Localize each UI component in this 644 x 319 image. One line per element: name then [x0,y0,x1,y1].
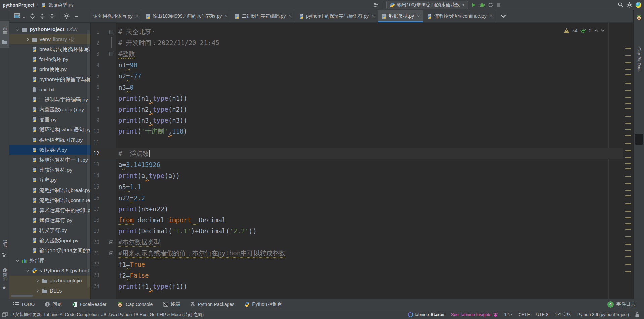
line-separator-widget[interactable]: CRLF [518,312,530,317]
tool-window-button-excel[interactable]: ExcelReader [72,301,106,308]
code-text[interactable]: a=3.1415926 [116,161,160,168]
indent-widget[interactable]: 4 个空格 [554,312,571,318]
breadcrumb-project[interactable]: pythonProject [3,2,34,8]
stripe-mark[interactable] [625,108,631,109]
structure-squares-icon[interactable] [2,252,7,258]
stripe-mark[interactable] [625,129,631,130]
settings-button[interactable] [627,2,632,8]
stripe-mark[interactable] [625,244,631,245]
project-view-selector[interactable] [14,13,21,19]
tool-window-button-problems[interactable]: 问题 [45,301,62,308]
hidden-tabs-dropdown[interactable] [501,10,506,22]
tree-item[interactable]: 流程控制语句continue.py [9,195,90,205]
code-text[interactable]: n2=-77 [116,72,141,80]
tree-item[interactable]: 内置函数range().py [9,105,90,115]
stripe-mark[interactable] [625,90,631,91]
stripe-mark[interactable] [625,48,631,49]
close-icon[interactable]: × [136,14,138,19]
folder-icon[interactable] [2,40,7,46]
tree-item[interactable]: 输出100到999之间的水仙花数.py [9,246,90,256]
code-text[interactable]: n22=2.2 [116,194,145,202]
stripe-mark[interactable] [625,168,631,169]
fold-minus-icon[interactable]: − [109,30,113,34]
fold-minus-icon[interactable]: − [109,240,113,244]
tree-item[interactable]: anzhuanglujin [9,276,90,286]
code-text[interactable]: print('十进制',118) [116,127,187,136]
code-text[interactable]: print(Decimal('1.1')+Decimal('2.2')) [116,227,257,235]
code-line[interactable]: 8print(n2,type(n2)) [91,104,623,115]
code-line[interactable]: 23f2=False [91,270,623,281]
stripe-mark[interactable] [625,103,631,104]
encoding-widget[interactable]: UTF-8 [536,312,548,317]
code-text[interactable]: f1=True [116,261,145,268]
code-text[interactable]: print(n5+n22) [116,205,168,213]
code-line[interactable]: 22f1=True [91,259,623,270]
code-text[interactable]: # 浮点数 [116,149,150,158]
hide-panel-button[interactable] [74,14,79,19]
tool-window-project-button[interactable]: 项目 [2,26,8,35]
tree-item[interactable]: 数据类型.py [9,145,90,155]
fold-minus-icon[interactable]: − [109,52,113,56]
tree-item[interactable]: 二进制与字符编码.py [9,95,90,105]
close-icon[interactable]: × [372,14,374,19]
code-line[interactable]: 24print(f1,type(f1)) [91,281,623,292]
stripe-mark[interactable] [625,97,631,98]
tree-item[interactable]: pythonProjectD:\w [9,24,90,34]
tree-item[interactable]: 赋值运算符.py [9,215,90,225]
tree-horizontal-scrollbar[interactable] [11,295,33,297]
code-line[interactable]: 18from decimal import Decimal [91,214,623,225]
editor-tab[interactable]: 流程控制语句continue.py× [423,10,496,22]
tree-item[interactable]: 循环结构 while语句.py [9,125,90,135]
code-text[interactable]: #布尔数据类型 [116,238,160,247]
close-icon[interactable]: × [417,14,420,19]
tree-item[interactable]: text.txt [9,85,90,95]
editor-tab[interactable]: 数据类型.py× [378,10,423,22]
code-line[interactable]: 9print(n3,type(n3)) [91,115,623,126]
stripe-mark[interactable] [625,223,631,224]
stripe-mark[interactable] [625,183,631,184]
code-text[interactable]: print(a,type(a)) [116,172,180,179]
editor-tab[interactable]: python中的保留字与标识符.py× [295,10,378,22]
code-text[interactable]: #整数 [116,50,135,58]
chevron-right-icon[interactable] [24,37,32,42]
assistant-sphere-icon[interactable] [635,2,641,8]
run-configuration-select[interactable]: 输出100到999之间的水仙花数 ▼ [386,1,468,9]
stripe-mark[interactable] [625,256,631,257]
user-icon[interactable] [373,2,380,8]
tree-item[interactable]: 注释.py [9,175,90,185]
code-text[interactable]: print(n1,type(n1)) [116,95,187,102]
lock-icon[interactable] [635,312,639,317]
tool-window-button-todo[interactable]: TODO [13,301,35,308]
code-line[interactable]: 6n3=0 [91,82,623,93]
code-line[interactable]: 16n22=2.2 [91,192,623,203]
chevron-down-icon[interactable] [13,27,21,32]
tool-window-switcher-icon[interactable] [2,312,8,317]
caret-position-widget[interactable]: 12:7 [504,312,512,317]
tree-item[interactable]: 变量.py [9,115,90,125]
tree-item[interactable]: 转义字符.py [9,225,90,235]
tree-item[interactable]: 输入函数input.py [9,235,90,246]
stripe-mark[interactable] [625,217,631,218]
star-icon[interactable]: ★ [2,284,6,291]
tool-window-structure-button[interactable]: 结构 [2,240,8,248]
tree-item[interactable]: 比较运算符.py [9,165,90,175]
code-line[interactable]: 5n2=-77 [91,70,623,82]
code-text[interactable]: print(n3,type(n3)) [116,117,187,124]
strip-thumb[interactable] [635,134,643,145]
tabnine-insights-link[interactable]: See Tabnine Insights [451,312,498,317]
stripe-mark[interactable] [625,236,631,237]
stripe-mark[interactable] [625,74,631,75]
stripe-mark[interactable] [625,150,631,151]
stop-button[interactable] [496,3,501,7]
tabnine-brand[interactable]: tabnine Starter [408,312,445,317]
stripe-mark[interactable] [625,211,631,212]
code-line[interactable]: 1−# 天空北慕· [91,26,623,37]
code-text[interactable]: n1=90 [116,61,137,69]
panel-options-button[interactable] [64,13,70,19]
interpreter-widget[interactable]: Python 3.6 (pythonProject) [577,312,629,317]
code-line[interactable]: 7print(n1,type(n1)) [91,93,623,104]
code-line[interactable]: 4n1=90 [91,59,623,70]
stripe-mark[interactable] [625,55,631,56]
code-line[interactable]: 2# 开发时间：2022/11/20 21:45 [91,37,623,48]
fold-minus-icon[interactable]: − [109,251,113,255]
